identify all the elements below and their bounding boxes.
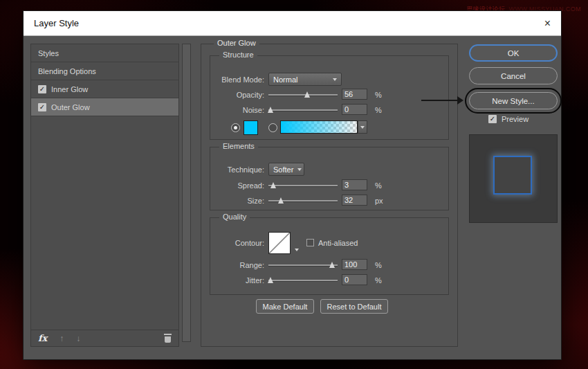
slider-track [268,185,338,186]
dialog-title: Layer Style [34,18,79,28]
anti-aliased-label: Anti-aliased [318,231,358,255]
outer-glow-checkbox[interactable]: ✓ [38,103,46,111]
slider-track [268,109,338,111]
gradient-preview[interactable] [280,120,358,134]
contour-label: Contour: [210,231,264,255]
gradient-radio[interactable] [268,123,277,132]
anti-aliased-checkbox[interactable] [306,239,314,246]
chevron-down-icon [333,78,337,81]
spread-row: Spread: 3 % [210,179,448,192]
technique-select[interactable]: Softer [268,163,304,176]
layer-style-dialog: Layer Style × Styles Blending Options ✓ … [23,10,562,360]
move-up-icon[interactable]: ↑ [59,334,64,343]
size-unit: px [375,194,383,208]
noise-label: Noise: [210,103,264,117]
opacity-unit: % [375,88,382,102]
range-label: Range: [210,258,264,272]
range-slider[interactable] [268,258,338,272]
range-input[interactable]: 100 [342,259,367,270]
slider-track [268,280,338,281]
contour-row: Contour: Anti-aliased [210,231,448,255]
opacity-input[interactable]: 56 [342,89,367,100]
annotation-arrow-head [457,96,463,105]
preview-glow-square [493,156,532,195]
color-radio-selected[interactable] [231,123,240,132]
quality-group: Quality Contour: Anti-aliased Range: 100… [210,217,449,295]
sidebar-item-label: Styles [38,49,59,57]
quality-group-label: Quality [219,213,250,221]
annotation-arrow-line [421,100,459,101]
opacity-label: Opacity: [210,88,264,102]
technique-label: Technique: [210,163,264,177]
sidebar-item-styles[interactable]: Styles [31,44,178,62]
gradient-picker-button[interactable] [358,120,367,134]
elements-group: Elements Technique: Softer Spread: 3 % S… [210,147,449,210]
styles-list-footer: fx ↑ ↓ [31,330,178,346]
make-default-button[interactable]: Make Default [256,299,314,314]
chevron-down-icon [297,168,302,171]
new-style-button[interactable]: New Style... [469,92,558,109]
size-slider[interactable] [268,194,338,208]
dialog-titlebar: Layer Style × [24,11,561,36]
glow-color-swatch[interactable] [244,120,258,135]
style-preview-thumbnail [469,134,558,223]
blend-mode-row: Blend Mode: Normal [210,73,448,87]
preview-checkbox[interactable]: ✓ [488,115,497,123]
contour-picker-button[interactable] [292,246,301,254]
slider-track [268,264,338,266]
jitter-row: Jitter: 0 % [210,273,448,287]
preview-toggle: ✓ Preview [488,115,529,123]
range-row: Range: 100 % [210,258,448,272]
inner-glow-checkbox[interactable]: ✓ [38,85,46,93]
outer-glow-pane: Outer Glow Structure Blend Mode: Normal … [201,44,458,347]
jitter-slider[interactable] [268,273,338,287]
jitter-input[interactable]: 0 [342,274,367,285]
slider-thumb[interactable] [268,277,273,283]
cancel-button[interactable]: Cancel [469,67,558,84]
chevron-down-icon [360,126,365,129]
size-label: Size: [210,194,264,208]
styles-list-panel: Styles Blending Options ✓ Inner Glow ✓ O… [30,44,179,347]
size-input[interactable]: 32 [342,195,367,206]
fx-icon[interactable]: fx [38,333,47,343]
sidebar-item-label: Outer Glow [51,103,90,111]
blend-mode-label: Blend Mode: [210,73,264,87]
spread-slider[interactable] [268,179,338,192]
move-down-icon[interactable]: ↓ [76,334,80,343]
spread-unit: % [375,179,382,192]
spread-input[interactable]: 3 [342,179,367,190]
list-scrollbar[interactable] [182,44,191,342]
slider-thumb[interactable] [278,197,284,204]
range-unit: % [375,258,382,272]
ok-button[interactable]: OK [469,44,558,62]
reset-to-default-button[interactable]: Reset to Default [320,299,388,314]
sidebar-item-label: Blending Options [38,67,96,75]
elements-group-label: Elements [219,142,258,150]
jitter-label: Jitter: [210,273,264,287]
sidebar-item-inner-glow[interactable]: ✓ Inner Glow [31,80,178,98]
structure-group: Structure Blend Mode: Normal Opacity: 56… [210,55,449,140]
sidebar-item-label: Inner Glow [51,85,88,93]
technique-value: Softer [273,165,293,174]
noise-input[interactable]: 0 [342,104,367,115]
sidebar-item-blending-options[interactable]: Blending Options [31,62,178,80]
spread-label: Spread: [210,179,264,192]
contour-thumbnail[interactable] [268,232,291,254]
technique-row: Technique: Softer [210,163,448,177]
preview-label: Preview [502,115,529,123]
slider-thumb[interactable] [329,262,335,268]
close-icon[interactable]: × [544,18,551,29]
noise-slider[interactable] [268,103,338,117]
opacity-slider[interactable] [268,88,338,102]
slider-thumb[interactable] [270,182,276,188]
slider-thumb[interactable] [268,107,273,113]
jitter-unit: % [375,273,382,287]
chevron-down-icon [295,249,299,251]
pane-title: Outer Glow [214,39,259,47]
slider-thumb[interactable] [304,91,310,98]
size-row: Size: 32 px [210,194,448,208]
glow-color-row [210,120,448,136]
blend-mode-select[interactable]: Normal [268,73,342,86]
trash-icon[interactable] [164,334,172,343]
sidebar-item-outer-glow[interactable]: ✓ Outer Glow [31,98,178,116]
